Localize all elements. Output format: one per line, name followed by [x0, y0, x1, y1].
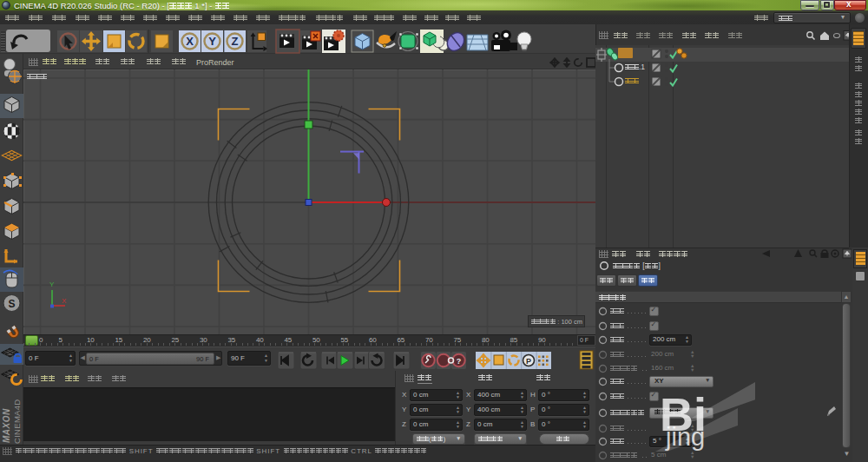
svg-text:X: X — [186, 35, 194, 48]
svg-text:Y: Y — [208, 35, 216, 48]
svg-text:?: ? — [457, 357, 462, 366]
svg-text:Z: Z — [232, 35, 239, 48]
svg-text:Y: Y — [49, 280, 55, 288]
svg-text:S: S — [8, 298, 15, 310]
svg-text:X: X — [62, 297, 67, 305]
svg-text:P: P — [526, 357, 531, 366]
